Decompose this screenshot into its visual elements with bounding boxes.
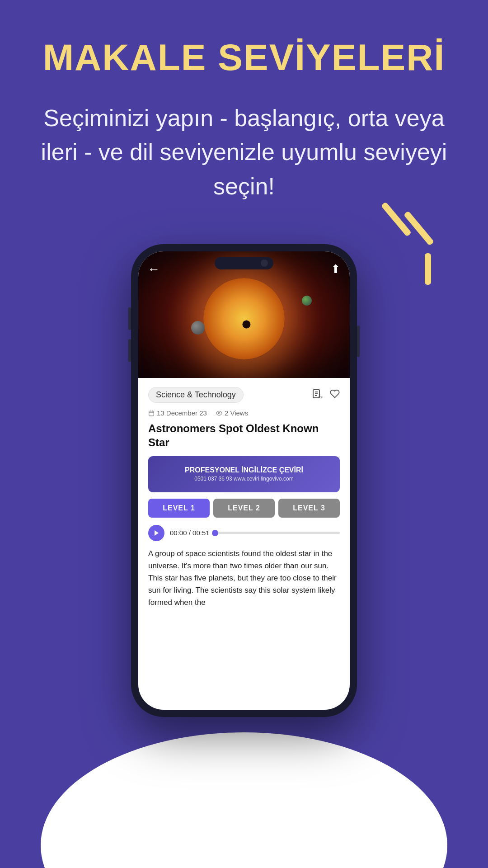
planet-2	[302, 296, 312, 306]
phone-screen: ← ⬆ Science & Technology	[138, 251, 350, 710]
level-buttons: LEVEL 1 LEVEL 2 LEVEL 3	[148, 499, 340, 518]
phone-camera	[261, 259, 268, 267]
ad-title: PROFESYONEL İNGİLİZCE ÇEVİRİ	[185, 465, 303, 475]
volume-up-button	[128, 307, 131, 330]
article-hero-image: ← ⬆	[138, 251, 350, 378]
svg-point-9	[218, 412, 220, 414]
date-meta: 13 December 23	[148, 409, 207, 417]
spark-line-3	[425, 253, 431, 285]
level-3-button[interactable]: LEVEL 3	[278, 499, 340, 518]
page-title: MAKALE SEVİYELERİ	[43, 36, 446, 79]
pdf-icon[interactable]: PDF	[312, 388, 323, 402]
transit-planet	[242, 321, 250, 329]
page-wrapper: MAKALE SEVİYELERİ Seçiminizi yapın - baş…	[0, 0, 488, 868]
ad-banner[interactable]: PROFESYONEL İNGİLİZCE ÇEVİRİ 0501 037 36…	[148, 456, 340, 492]
views-meta: 2 Views	[216, 409, 248, 417]
level-1-button[interactable]: LEVEL 1	[148, 499, 210, 518]
decorative-sparks	[366, 194, 447, 285]
bottom-decoration	[41, 732, 447, 868]
page-subtitle: Seçiminizi yapın - başlangıç, orta veya …	[0, 101, 488, 203]
planet-1	[191, 321, 205, 335]
svg-text:PDF: PDF	[318, 396, 323, 399]
eye-icon	[216, 410, 222, 416]
level-2-button[interactable]: LEVEL 2	[213, 499, 275, 518]
article-actions: PDF	[312, 388, 340, 402]
share-button[interactable]: ⬆	[331, 262, 341, 276]
power-button	[357, 326, 360, 357]
audio-player: 00:00 / 00:51	[148, 525, 340, 541]
audio-progress-thumb[interactable]	[212, 530, 218, 536]
svg-rect-5	[149, 411, 154, 416]
svg-marker-10	[155, 530, 159, 536]
article-content: Science & Technology PDF	[138, 378, 350, 616]
article-meta: 13 December 23 2 Views	[148, 409, 340, 417]
article-title: Astronomers Spot Oldest Known Star	[148, 421, 340, 449]
audio-time: 00:00 / 00:51	[170, 529, 210, 537]
calendar-icon	[148, 410, 155, 416]
ad-content: PROFESYONEL İNGİLİZCE ÇEVİRİ 0501 037 36…	[185, 465, 303, 483]
play-button[interactable]	[148, 525, 164, 541]
audio-progress-bar[interactable]	[215, 532, 340, 534]
volume-down-button	[128, 339, 131, 362]
category-badge[interactable]: Science & Technology	[148, 387, 244, 403]
article-body: A group of space scientists found the ol…	[148, 547, 340, 609]
ad-subtitle: 0501 037 36 93 www.ceviri.lingovivo.com	[185, 475, 303, 483]
star-illustration	[203, 278, 285, 359]
back-button[interactable]: ←	[147, 262, 160, 277]
article-views: 2 Views	[225, 409, 248, 417]
article-date: 13 December 23	[157, 409, 207, 417]
category-row: Science & Technology PDF	[148, 387, 340, 403]
phone-outer: ← ⬆ Science & Technology	[131, 244, 357, 717]
favorite-icon[interactable]	[330, 389, 340, 401]
phone-mockup: ← ⬆ Science & Technology	[131, 244, 357, 717]
